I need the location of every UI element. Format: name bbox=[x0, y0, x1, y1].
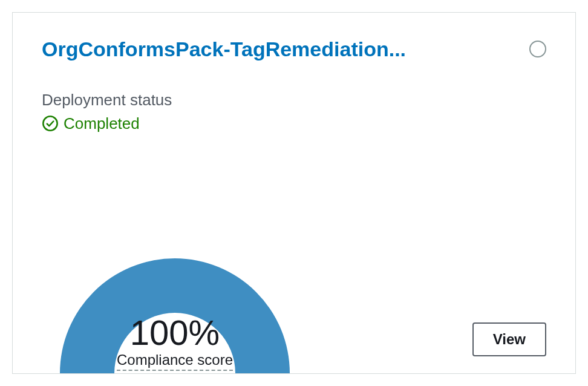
compliance-percentage: 100% bbox=[42, 315, 308, 350]
status-label: Deployment status bbox=[42, 91, 546, 110]
view-button[interactable]: View bbox=[472, 322, 546, 356]
compliance-score-label[interactable]: Compliance score bbox=[117, 352, 233, 371]
card-header: OrgConformsPack-TagRemediation... bbox=[42, 37, 546, 62]
status-text: Completed bbox=[64, 114, 140, 133]
compliance-gauge-section: 100% Compliance score bbox=[42, 240, 308, 373]
pack-title-link[interactable]: OrgConformsPack-TagRemediation... bbox=[42, 37, 406, 62]
svg-point-0 bbox=[43, 117, 57, 131]
gauge-text-group: 100% Compliance score bbox=[42, 315, 308, 371]
conformance-pack-card: OrgConformsPack-TagRemediation... Deploy… bbox=[12, 12, 576, 374]
deployment-status-section: Deployment status Completed bbox=[42, 91, 546, 133]
gauge-container: 100% Compliance score bbox=[42, 240, 308, 373]
select-radio[interactable] bbox=[529, 41, 546, 57]
status-value-row: Completed bbox=[42, 114, 546, 133]
check-circle-icon bbox=[42, 115, 59, 132]
